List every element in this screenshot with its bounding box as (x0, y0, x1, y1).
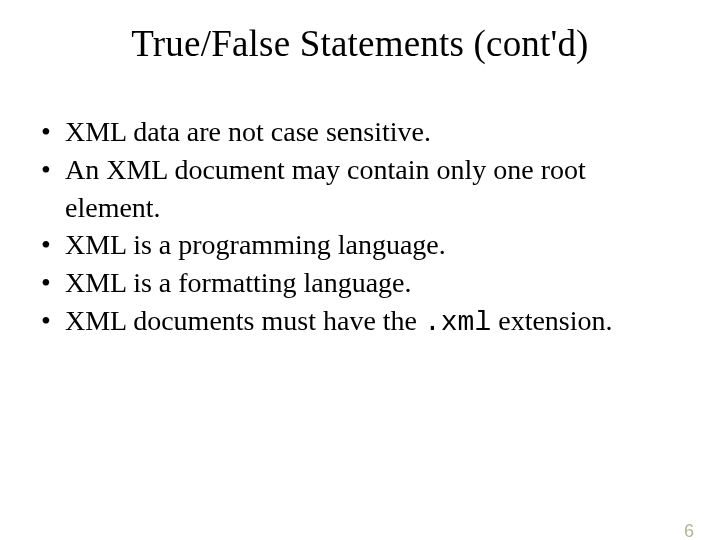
list-item: An XML document may contain only one roo… (35, 151, 662, 227)
list-item: XML is a programming language. (35, 226, 662, 264)
list-item: XML data are not case sensitive. (35, 113, 662, 151)
list-item: XML is a formatting language. (35, 264, 662, 302)
page-number: 6 (684, 521, 694, 540)
bullet-text: XML data are not case sensitive. (65, 116, 431, 147)
list-item: XML documents must have the .xml extensi… (35, 302, 662, 342)
slide-title: True/False Statements (cont'd) (0, 22, 720, 65)
bullet-list: XML data are not case sensitive. An XML … (0, 113, 720, 342)
bullet-text: XML is a formatting language. (65, 267, 412, 298)
bullet-text: XML is a programming language. (65, 229, 446, 260)
bullet-text-prefix: XML documents must have the (65, 305, 424, 336)
slide: True/False Statements (cont'd) XML data … (0, 22, 720, 540)
bullet-text: An XML document may contain only one roo… (65, 154, 586, 223)
bullet-text-suffix: extension. (491, 305, 612, 336)
bullet-text-ext: .xml (424, 307, 491, 338)
